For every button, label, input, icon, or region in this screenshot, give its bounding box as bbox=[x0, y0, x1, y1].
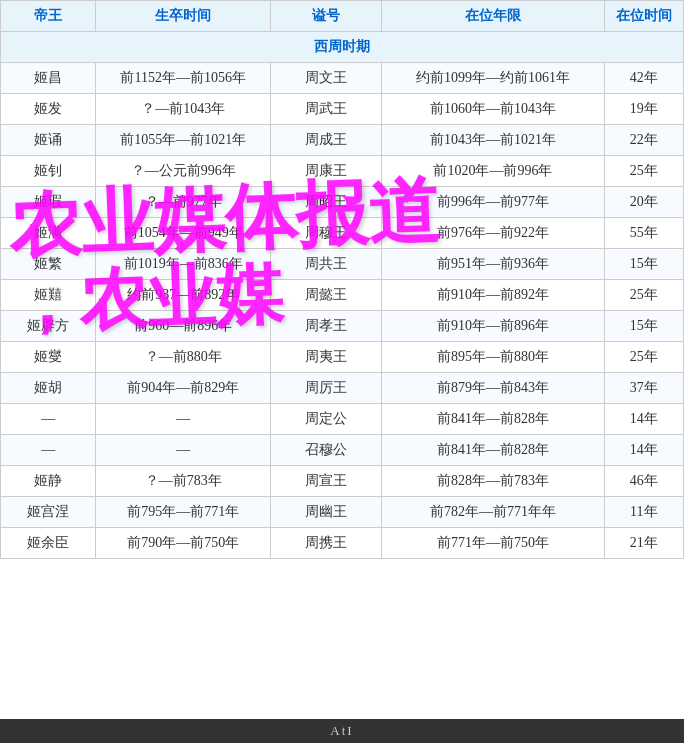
cell-emperor: 姬发 bbox=[1, 94, 96, 125]
cell-reign-years: 11年 bbox=[604, 497, 683, 528]
table-row: ——召穆公前841年—前828年14年 bbox=[1, 435, 684, 466]
table-row: 姬昌前1152年—前1056年周文王约前1099年—约前1061年42年 bbox=[1, 63, 684, 94]
cell-reign-range: 前951年—前936年 bbox=[382, 249, 604, 280]
cell-posthumous: 周懿王 bbox=[271, 280, 382, 311]
bottom-text: AtI bbox=[330, 723, 353, 738]
cell-reign-range: 前910年—前892年 bbox=[382, 280, 604, 311]
cell-reign-years: 46年 bbox=[604, 466, 683, 497]
cell-reign-years: 21年 bbox=[604, 528, 683, 559]
cell-emperor: 姬燮 bbox=[1, 342, 96, 373]
cell-life: ？—前880年 bbox=[96, 342, 271, 373]
cell-emperor: 姬囏 bbox=[1, 280, 96, 311]
cell-reign-range: 前910年—前896年 bbox=[382, 311, 604, 342]
table-row: 姬钊？—公元前996年周康王前1020年—前996年25年 bbox=[1, 156, 684, 187]
cell-life: 前795年—前771年 bbox=[96, 497, 271, 528]
cell-life: — bbox=[96, 435, 271, 466]
table-row: 姬满前1054年—前949年周穆王前976年—前922年55年 bbox=[1, 218, 684, 249]
cell-reign-years: 19年 bbox=[604, 94, 683, 125]
cell-emperor: 姬昌 bbox=[1, 63, 96, 94]
table-row: 姬瑕？—前977年周昭王前996年—前977年20年 bbox=[1, 187, 684, 218]
table-row: 姬繁前1019年—前836年周共王前951年—前936年15年 bbox=[1, 249, 684, 280]
cell-posthumous: 周夷王 bbox=[271, 342, 382, 373]
table-row: 姬发？—前1043年周武王前1060年—前1043年19年 bbox=[1, 94, 684, 125]
cell-emperor: 姬满 bbox=[1, 218, 96, 249]
cell-reign-years: 42年 bbox=[604, 63, 683, 94]
emperors-table: 帝王 生卒时间 谥号 在位年限 在位时间 西周时期 姬昌前1152年—前1056… bbox=[0, 0, 684, 559]
table-row: 姬余臣前790年—前750年周携王前771年—前750年21年 bbox=[1, 528, 684, 559]
cell-reign-years: 25年 bbox=[604, 156, 683, 187]
cell-emperor: 姬繁 bbox=[1, 249, 96, 280]
cell-emperor: 姬宫涅 bbox=[1, 497, 96, 528]
cell-reign-range: 前1020年—前996年 bbox=[382, 156, 604, 187]
cell-posthumous: 周穆王 bbox=[271, 218, 382, 249]
cell-reign-range: 前841年—前828年 bbox=[382, 404, 604, 435]
cell-reign-years: 37年 bbox=[604, 373, 683, 404]
cell-posthumous: 周康王 bbox=[271, 156, 382, 187]
table-row: 姬辟方前960—前896年周孝王前910年—前896年15年 bbox=[1, 311, 684, 342]
cell-posthumous: 周孝王 bbox=[271, 311, 382, 342]
cell-reign-range: 前879年—前843年 bbox=[382, 373, 604, 404]
section-title: 西周时期 bbox=[1, 32, 684, 63]
cell-posthumous: 周武王 bbox=[271, 94, 382, 125]
cell-reign-range: 前782年—前771年年 bbox=[382, 497, 604, 528]
cell-life: 前1019年—前836年 bbox=[96, 249, 271, 280]
cell-reign-years: 25年 bbox=[604, 342, 683, 373]
cell-emperor: 姬余臣 bbox=[1, 528, 96, 559]
table-row: 姬诵前1055年—前1021年周成王前1043年—前1021年22年 bbox=[1, 125, 684, 156]
cell-reign-range: 前1043年—前1021年 bbox=[382, 125, 604, 156]
cell-reign-years: 25年 bbox=[604, 280, 683, 311]
cell-reign-years: 15年 bbox=[604, 311, 683, 342]
cell-emperor: 姬胡 bbox=[1, 373, 96, 404]
cell-reign-years: 20年 bbox=[604, 187, 683, 218]
cell-reign-years: 15年 bbox=[604, 249, 683, 280]
cell-emperor: 姬静 bbox=[1, 466, 96, 497]
cell-posthumous: 周文王 bbox=[271, 63, 382, 94]
cell-reign-range: 约前1099年—约前1061年 bbox=[382, 63, 604, 94]
cell-reign-range: 前895年—前880年 bbox=[382, 342, 604, 373]
cell-emperor: 姬瑕 bbox=[1, 187, 96, 218]
cell-posthumous: 周幽王 bbox=[271, 497, 382, 528]
header-reign-years: 在位时间 bbox=[604, 1, 683, 32]
header-reign-range: 在位年限 bbox=[382, 1, 604, 32]
cell-life: 前1152年—前1056年 bbox=[96, 63, 271, 94]
cell-reign-range: 前1060年—前1043年 bbox=[382, 94, 604, 125]
cell-reign-years: 55年 bbox=[604, 218, 683, 249]
cell-posthumous: 周成王 bbox=[271, 125, 382, 156]
cell-life: ？—前977年 bbox=[96, 187, 271, 218]
cell-emperor: — bbox=[1, 435, 96, 466]
cell-life: ？—前783年 bbox=[96, 466, 271, 497]
table-header-row: 帝王 生卒时间 谥号 在位年限 在位时间 bbox=[1, 1, 684, 32]
table-row: 姬囏约前937—前892年周懿王前910年—前892年25年 bbox=[1, 280, 684, 311]
cell-life: 前960—前896年 bbox=[96, 311, 271, 342]
cell-reign-years: 14年 bbox=[604, 404, 683, 435]
cell-posthumous: 周厉王 bbox=[271, 373, 382, 404]
cell-posthumous: 周携王 bbox=[271, 528, 382, 559]
cell-emperor: 姬辟方 bbox=[1, 311, 96, 342]
cell-posthumous: 周共王 bbox=[271, 249, 382, 280]
cell-reign-range: 前976年—前922年 bbox=[382, 218, 604, 249]
cell-life: 前790年—前750年 bbox=[96, 528, 271, 559]
header-emperor: 帝王 bbox=[1, 1, 96, 32]
cell-life: 约前937—前892年 bbox=[96, 280, 271, 311]
section-header-row: 西周时期 bbox=[1, 32, 684, 63]
cell-posthumous: 周昭王 bbox=[271, 187, 382, 218]
header-posthumous: 谥号 bbox=[271, 1, 382, 32]
cell-reign-range: 前771年—前750年 bbox=[382, 528, 604, 559]
cell-reign-years: 22年 bbox=[604, 125, 683, 156]
cell-emperor: 姬诵 bbox=[1, 125, 96, 156]
cell-reign-years: 14年 bbox=[604, 435, 683, 466]
cell-emperor: 姬钊 bbox=[1, 156, 96, 187]
cell-emperor: — bbox=[1, 404, 96, 435]
cell-life: 前1054年—前949年 bbox=[96, 218, 271, 249]
bottom-bar: AtI bbox=[0, 719, 684, 743]
cell-life: 前904年—前829年 bbox=[96, 373, 271, 404]
cell-reign-range: 前841年—前828年 bbox=[382, 435, 604, 466]
cell-life: — bbox=[96, 404, 271, 435]
header-life: 生卒时间 bbox=[96, 1, 271, 32]
cell-reign-range: 前828年—前783年 bbox=[382, 466, 604, 497]
cell-posthumous: 周宣王 bbox=[271, 466, 382, 497]
cell-posthumous: 召穆公 bbox=[271, 435, 382, 466]
cell-posthumous: 周定公 bbox=[271, 404, 382, 435]
table-row: 姬燮？—前880年周夷王前895年—前880年25年 bbox=[1, 342, 684, 373]
cell-life: ？—前1043年 bbox=[96, 94, 271, 125]
